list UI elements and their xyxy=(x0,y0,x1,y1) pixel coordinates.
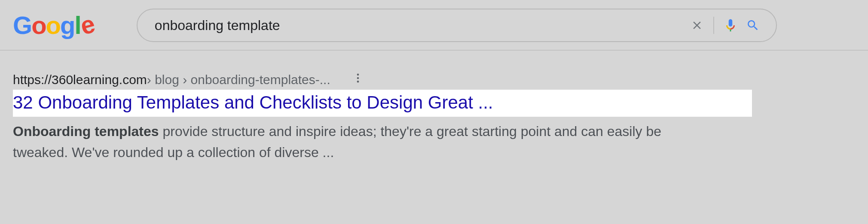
google-logo[interactable]: Google xyxy=(13,13,94,38)
result-title-link[interactable]: 32 Onboarding Templates and Checklists t… xyxy=(13,92,493,112)
search-input[interactable] xyxy=(154,17,686,34)
svg-point-0 xyxy=(357,74,359,76)
logo-char: o xyxy=(46,13,60,38)
result-url[interactable]: https://360learning.com › blog › onboard… xyxy=(13,72,855,87)
search-icon xyxy=(746,18,760,32)
logo-char: g xyxy=(60,13,74,38)
separator xyxy=(713,17,714,34)
microphone-icon xyxy=(723,18,738,33)
result-options-button[interactable] xyxy=(352,72,364,87)
result-url-domain: https://360learning.com xyxy=(13,73,147,87)
close-icon xyxy=(691,19,703,32)
svg-point-2 xyxy=(357,81,359,83)
search-box xyxy=(137,9,777,42)
search-result: https://360learning.com › blog › onboard… xyxy=(0,51,868,163)
result-title-highlight: 32 Onboarding Templates and Checklists t… xyxy=(13,90,752,117)
clear-button[interactable] xyxy=(686,14,708,36)
voice-search-button[interactable] xyxy=(719,14,742,36)
snippet-bold: Onboarding templates xyxy=(13,124,159,139)
logo-char: o xyxy=(31,13,46,38)
search-button[interactable] xyxy=(742,14,764,36)
search-header: Google xyxy=(0,0,868,51)
result-url-path: › blog › onboarding-templates-... xyxy=(147,73,330,87)
svg-point-1 xyxy=(357,77,359,79)
kebab-icon xyxy=(352,72,364,84)
result-snippet: Onboarding templates provide structure a… xyxy=(13,121,705,163)
logo-char: G xyxy=(13,13,31,38)
